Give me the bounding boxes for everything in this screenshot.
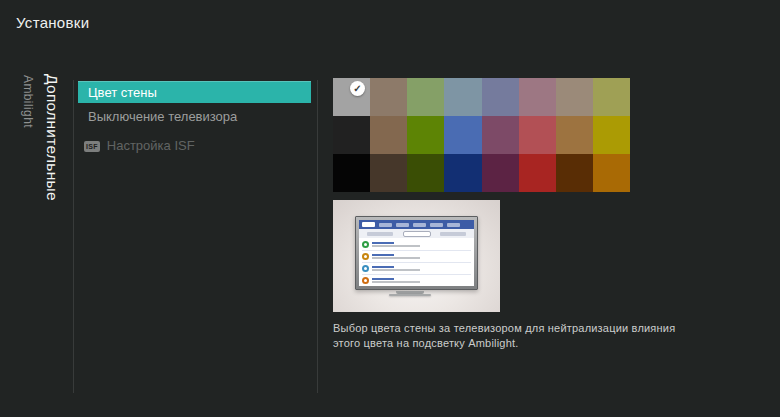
tv-screen-tab [447,223,460,227]
menu-item-label: Цвет стены [88,85,157,100]
palette-swatch[interactable] [519,154,556,192]
menu-item-label: Выключение телевизора [88,109,237,124]
palette-swatch[interactable] [556,116,593,154]
tv-screen-post-lines [372,242,420,247]
palette-swatch[interactable] [482,78,519,116]
menu-item-tv-switch-off[interactable]: Выключение телевизора [78,106,311,128]
menu-item-wall-color[interactable]: Цвет стены [78,81,311,103]
tv-screen-avatar [362,241,369,248]
tv-screen-feed-row [362,263,471,275]
palette-swatch[interactable] [333,116,370,154]
tv-screen-tab [362,222,375,227]
palette-swatch[interactable] [482,116,519,154]
selected-color-checkmark-icon: ✓ [350,81,365,96]
palette-swatch[interactable] [593,78,630,116]
divider-menu [317,80,318,393]
settings-screen: Установки Ambilight Дополнительные Цвет … [0,0,780,417]
tv-screen-avatar [362,253,369,260]
tv-screen-button [367,232,393,236]
palette-swatch[interactable] [444,154,481,192]
palette-swatch[interactable] [519,116,556,154]
tv-screen-feed-row [362,251,471,263]
sidebar-subsection-label: Дополнительные [42,74,62,201]
palette-swatch[interactable] [556,78,593,116]
tv-screen-tab [430,223,443,227]
tv-screen-tab [396,223,409,227]
palette-swatch[interactable] [444,78,481,116]
palette-swatch[interactable] [370,154,407,192]
palette-swatch[interactable] [370,116,407,154]
tv-screen-subbar [359,229,474,238]
palette-swatch[interactable] [482,154,519,192]
wall-color-palette: ✓ [333,78,630,192]
tv-screen-topbar [359,220,474,229]
sidebar-section-label: Ambilight [21,75,34,128]
tv-screen-avatar [362,265,369,272]
palette-swatch[interactable] [407,116,444,154]
palette-swatch[interactable] [556,154,593,192]
isf-badge-icon: ISF [84,141,100,152]
tv-screen-button [404,232,430,236]
tv-screen-tab [379,223,392,227]
setting-description: Выбор цвета стены за телевизором для ней… [333,321,691,351]
tv-screen-feed-row [362,275,471,286]
tv-screen-post-lines [372,278,420,283]
tv-screen-tab [413,223,426,227]
tv-screen [359,220,474,286]
tv-preview-image [333,200,500,312]
palette-swatch[interactable] [519,78,556,116]
tv-screen-post-lines [372,254,420,259]
palette-swatch[interactable] [444,116,481,154]
divider-sidebar [73,80,74,393]
palette-swatch[interactable] [333,154,370,192]
palette-swatch[interactable] [593,116,630,154]
tv-screen-avatar [362,277,369,284]
tv-frame [355,216,478,290]
tv-screen-button [440,232,466,236]
palette-swatch[interactable] [407,154,444,192]
palette-swatch[interactable] [593,154,630,192]
palette-swatch[interactable] [407,78,444,116]
tv-screen-feed [359,238,474,286]
tv-screen-post-lines [372,266,420,271]
page-title: Установки [16,14,89,31]
menu-item-label: Настройка ISF [107,135,195,157]
tv-screen-feed-row [362,239,471,251]
palette-swatch[interactable] [370,78,407,116]
tv-base [389,294,431,296]
menu-item-isf-calibration[interactable]: ISF Настройка ISF [78,135,311,157]
